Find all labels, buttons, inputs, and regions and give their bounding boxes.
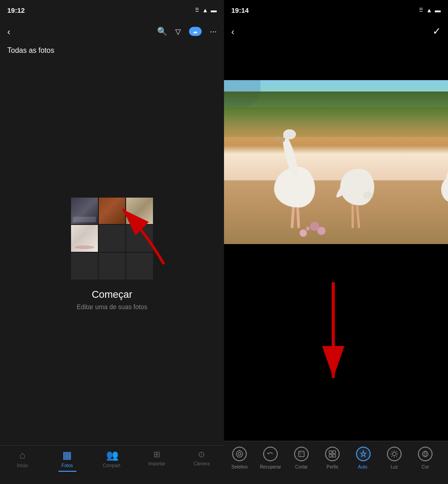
photo-grid[interactable] [71,198,153,280]
wifi-icon-r: ▲ [426,7,432,14]
svg-point-12 [392,452,396,456]
svg-rect-10 [329,454,332,457]
start-title: Começar [92,289,132,301]
signal-icon: ⠿ [195,7,199,14]
flamingo-photo [224,80,448,244]
svg-line-18 [397,456,397,457]
luz-icon-wrap [386,446,402,462]
auto-icon [356,447,371,461]
grid-cell-2[interactable] [99,198,126,224]
back-button-right[interactable]: ‹ [231,26,234,37]
perfis-label: Perfis [326,464,338,469]
recuperar-label: Recuperar [260,464,281,469]
filter-icon[interactable]: ▽ [175,27,181,36]
svg-point-3 [238,453,241,455]
grid-cell-3[interactable] [126,198,153,224]
perfis-icon-wrap [324,446,341,462]
seletivo-label: Seletivo [231,464,248,469]
cortar-label: Cortar [295,464,308,469]
cortar-icon-wrap [293,446,310,462]
check-button[interactable]: ✓ [433,25,441,37]
cortar-icon [294,447,309,461]
battery-icon-r: ▬ [435,7,441,14]
tool-luz[interactable]: Luz [379,446,410,469]
svg-point-2 [236,451,243,457]
svg-line-19 [397,451,397,452]
tab-inicio[interactable]: ⌂ Início [0,449,45,468]
back-button-left[interactable]: ‹ [7,26,10,37]
search-icon[interactable]: 🔍 [157,26,167,36]
status-bar-left: 19:12 ⠿ ▲ ▬ [0,0,224,20]
page-title-left: Todas as fotos [0,43,224,60]
svg-rect-8 [329,451,332,453]
signal-icon-r: ⠿ [419,7,423,14]
cor-icon [418,447,433,461]
main-content-left: Começar Editar uma de suas fotos [0,60,224,484]
tab-bar-left: ⌂ Início ▦ Fotos 👥 Compart. ⊞ Importar ⊙… [0,445,224,484]
luz-label: Luz [391,464,398,469]
flamingo-2-leg1 [351,203,354,228]
photo-area [224,43,448,264]
ground-texture [224,180,448,244]
camera-icon: ⊙ [198,449,205,459]
compart-icon: 👥 [106,449,118,461]
nav-bar-left: ‹ 🔍 ▽ ☁ ··· [0,20,224,43]
tool-cortar[interactable]: Cortar [286,446,317,469]
inicio-icon: ⌂ [20,449,25,461]
tool-cor[interactable]: Cor [410,446,441,469]
seletivo-icon [232,447,247,461]
importar-icon: ⊞ [153,449,160,459]
toolbar-right: Seletivo Recuperar [224,441,448,484]
grid-cell-1[interactable] [71,198,98,224]
luz-icon [387,447,402,461]
status-icons-right: ⠿ ▲ ▬ [419,7,441,14]
seletivo-icon-wrap [231,446,248,462]
tab-compart[interactable]: 👥 Compart. [90,449,134,468]
fotos-label: Fotos [61,463,73,468]
right-panel: 19:14 ⠿ ▲ ▬ ‹ ✓ [224,0,448,484]
status-bar-right: 19:14 ⠿ ▲ ▬ [224,0,448,20]
nav-bar-right: ‹ ✓ [224,20,448,43]
tool-ef[interactable]: Ef Ef [441,446,448,469]
grid-cell-4[interactable] [71,225,98,252]
svg-line-20 [392,456,392,457]
start-subtitle: Editar uma de suas fotos [77,303,148,311]
grid-cell-6[interactable] [126,225,153,252]
compart-label: Compart. [102,463,121,468]
svg-rect-11 [333,454,336,457]
wifi-icon: ▲ [202,7,208,14]
cor-icon-wrap [417,446,433,462]
battery-icon: ▬ [211,7,217,14]
status-time-right: 19:14 [231,6,249,14]
left-panel: 19:12 ⠿ ▲ ▬ ‹ 🔍 ▽ ☁ ··· Todas as fotos [0,0,224,484]
recuperar-icon-wrap [262,446,279,462]
importar-label: Importar [148,461,165,466]
inicio-label: Início [17,463,28,468]
cor-label: Cor [422,464,429,469]
status-icons-left: ⠿ ▲ ▬ [195,7,217,14]
grid-cell-7[interactable] [71,253,98,280]
tool-seletivo[interactable]: Seletivo [224,446,255,469]
svg-rect-5 [299,451,304,457]
tool-auto[interactable]: Auto. [348,446,379,469]
tool-perfis[interactable]: Perfis [317,446,348,469]
tab-camera[interactable]: ⊙ Câmera [179,449,224,466]
cloud-sync-icon[interactable]: ☁ [189,27,202,36]
perfis-icon [325,447,340,461]
fotos-icon: ▦ [62,449,72,461]
status-time-left: 19:12 [7,6,25,14]
camera-label: Câmera [193,461,210,466]
grid-cell-8[interactable] [99,253,126,280]
grid-cell-5[interactable] [99,225,126,252]
more-icon[interactable]: ··· [210,27,217,36]
grid-cell-9[interactable] [126,253,153,280]
fotos-indicator [58,471,76,472]
recuperar-icon [263,447,278,461]
auto-label: Auto. [358,464,368,469]
tab-fotos[interactable]: ▦ Fotos [45,449,89,472]
svg-line-17 [392,451,392,452]
auto-icon-wrap [355,446,372,462]
vegetation [224,92,448,137]
tab-importar[interactable]: ⊞ Importar [134,449,179,466]
tool-recuperar[interactable]: Recuperar [255,446,286,469]
